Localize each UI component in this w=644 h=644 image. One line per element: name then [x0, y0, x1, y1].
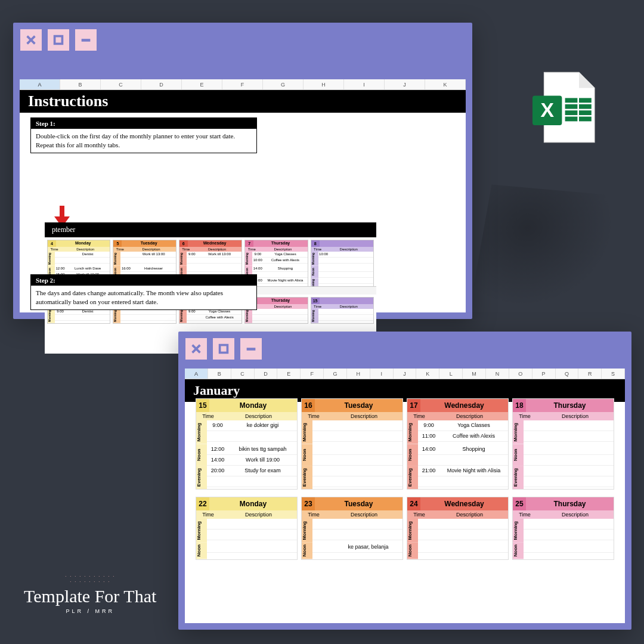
- titlebar: [13, 23, 472, 57]
- column-headers[interactable]: ABCDEFGHIJK: [20, 79, 466, 90]
- logo-subtitle: PLR / MRR: [24, 608, 156, 614]
- titlebar: [178, 332, 631, 366]
- day-card[interactable]: 17Wednesday TimeDescriptionMorning9:00Yo…: [407, 398, 509, 490]
- window-instructions: ABCDEFGHIJK Instructions Step 1: Double-…: [13, 23, 472, 319]
- close-icon[interactable]: [185, 338, 207, 360]
- step2-body: The days and dates change automatically.…: [31, 286, 256, 309]
- svg-rect-13: [579, 117, 592, 122]
- svg-rect-1: [82, 39, 91, 42]
- svg-rect-7: [579, 98, 592, 103]
- svg-rect-6: [565, 98, 578, 103]
- day-card[interactable]: 8 TimeDescriptionMorning10:00NoonEvening: [311, 240, 374, 292]
- page-title: Instructions: [20, 90, 466, 113]
- sheet-content: ABCDEFGHIJK Instructions Step 1: Double-…: [20, 79, 466, 312]
- day-card[interactable]: 23Tuesday TimeDescriptionMorningNoonke p…: [301, 497, 403, 560]
- mini-month-header: ptember: [45, 222, 376, 237]
- day-card[interactable]: 18Thursday TimeDescriptionMorningNoonEve…: [512, 398, 614, 490]
- logo-text: Template For That: [24, 588, 156, 605]
- decorative-shadow: [469, 185, 635, 329]
- column-headers[interactable]: ABCDEFGHIJKLMNOPQRS: [185, 369, 625, 379]
- excel-file-icon: X: [525, 69, 602, 146]
- svg-rect-8: [565, 104, 578, 109]
- maximize-icon[interactable]: [48, 29, 69, 51]
- svg-rect-3: [247, 348, 256, 351]
- step2-box: Step 2: The days and dates change automa…: [30, 274, 257, 310]
- close-icon[interactable]: [20, 29, 42, 51]
- step2-header: Step 2:: [31, 275, 256, 286]
- svg-text:X: X: [540, 98, 554, 121]
- month-planner: 15Monday TimeDescriptionMorning9:00ke do…: [185, 395, 625, 623]
- step1-header: Step 1:: [31, 118, 256, 129]
- svg-rect-2: [220, 345, 228, 353]
- minimize-icon[interactable]: [75, 29, 97, 51]
- step1-box: Step 1: Double-click on the first day of…: [30, 117, 257, 153]
- day-card[interactable]: 15 TimeDescriptionMorning: [311, 297, 374, 324]
- svg-rect-9: [579, 104, 592, 109]
- day-card[interactable]: 25Thursday TimeDescriptionMorningNoon: [512, 497, 614, 560]
- step1-body: Double-click on the first day of the mon…: [31, 129, 256, 153]
- logo-dots: · · · · · · · · · · ·· · · · · · · · ·: [24, 574, 156, 584]
- svg-rect-0: [55, 36, 63, 44]
- window-planner: ABCDEFGHIJKLMNOPQRS January 15Monday Tim…: [178, 332, 631, 630]
- minimize-icon[interactable]: [240, 338, 262, 360]
- day-card[interactable]: 16Tuesday TimeDescriptionMorningNoonEven…: [301, 398, 403, 490]
- day-card[interactable]: 15Monday TimeDescriptionMorning9:00ke do…: [196, 398, 298, 490]
- day-card[interactable]: 24Wednesday TimeDescriptionMorningNoon: [407, 497, 509, 560]
- svg-rect-11: [579, 110, 592, 115]
- maximize-icon[interactable]: [213, 338, 234, 360]
- brand-logo: · · · · · · · · · · ·· · · · · · · · · T…: [24, 574, 156, 615]
- svg-rect-10: [565, 110, 578, 115]
- sheet-content: ABCDEFGHIJKLMNOPQRS January 15Monday Tim…: [185, 369, 625, 623]
- day-card[interactable]: 22Monday TimeDescriptionMorningNoon: [196, 497, 298, 560]
- svg-rect-12: [565, 117, 578, 122]
